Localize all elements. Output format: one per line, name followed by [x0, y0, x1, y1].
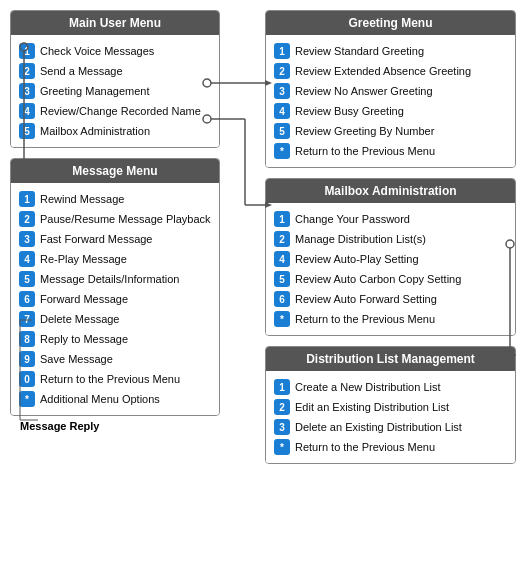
item-label: Change Your Password	[295, 213, 410, 225]
list-item: 3 Delete an Existing Distribution List	[274, 417, 507, 437]
item-label: Review Greeting By Number	[295, 125, 434, 137]
item-label: Additional Menu Options	[40, 393, 160, 405]
list-item: 2 Pause/Resume Message Playback	[19, 209, 211, 229]
badge-2: 2	[274, 63, 290, 79]
list-item: 2 Review Extended Absence Greeting	[274, 61, 507, 81]
item-label: Review Auto Carbon Copy Setting	[295, 273, 461, 285]
item-label: Review Busy Greeting	[295, 105, 404, 117]
item-label: Delete an Existing Distribution List	[295, 421, 462, 433]
list-item: 1 Check Voice Messages	[19, 41, 211, 61]
badge-4: 4	[274, 251, 290, 267]
mailbox-admin-menu: Mailbox Administration 1 Change Your Pas…	[265, 178, 516, 336]
item-label: Message Details/Information	[40, 273, 179, 285]
item-label: Create a New Distribution List	[295, 381, 441, 393]
badge-1: 1	[19, 191, 35, 207]
mailbox-admin-items: 1 Change Your Password 2 Manage Distribu…	[266, 203, 515, 335]
item-label: Fast Forward Message	[40, 233, 152, 245]
list-item: 1 Review Standard Greeting	[274, 41, 507, 61]
mailbox-admin-header: Mailbox Administration	[266, 179, 515, 203]
badge-star: *	[274, 143, 290, 159]
message-menu: Message Menu 1 Rewind Message 2 Pause/Re…	[10, 158, 220, 416]
badge-7: 7	[19, 311, 35, 327]
list-item: 0 Return to the Previous Menu	[19, 369, 211, 389]
message-menu-items: 1 Rewind Message 2 Pause/Resume Message …	[11, 183, 219, 415]
distribution-list-header: Distribution List Management	[266, 347, 515, 371]
item-label: Review Auto Forward Setting	[295, 293, 437, 305]
list-item: 1 Change Your Password	[274, 209, 507, 229]
item-label: Send a Message	[40, 65, 123, 77]
badge-3: 3	[274, 83, 290, 99]
greeting-menu: Greeting Menu 1 Review Standard Greeting…	[265, 10, 516, 168]
message-menu-header: Message Menu	[11, 159, 219, 183]
item-label: Save Message	[40, 353, 113, 365]
badge-1: 1	[19, 43, 35, 59]
badge-star: *	[19, 391, 35, 407]
badge-1: 1	[274, 379, 290, 395]
badge-3: 3	[19, 83, 35, 99]
item-label: Check Voice Messages	[40, 45, 154, 57]
list-item: 9 Save Message	[19, 349, 211, 369]
item-label: Review Standard Greeting	[295, 45, 424, 57]
item-label: Edit an Existing Distribution List	[295, 401, 449, 413]
item-label: Return to the Previous Menu	[295, 145, 435, 157]
item-label: Return to the Previous Menu	[295, 441, 435, 453]
main-user-menu-header: Main User Menu	[11, 11, 219, 35]
list-item: * Return to the Previous Menu	[274, 437, 507, 457]
badge-8: 8	[19, 331, 35, 347]
message-reply-label: Message Reply	[20, 420, 220, 432]
list-item: 3 Fast Forward Message	[19, 229, 211, 249]
item-label: Mailbox Administration	[40, 125, 150, 137]
list-item: 4 Review/Change Recorded Name	[19, 101, 211, 121]
badge-0: 0	[19, 371, 35, 387]
list-item: 8 Reply to Message	[19, 329, 211, 349]
badge-star: *	[274, 439, 290, 455]
list-item: 2 Manage Distribution List(s)	[274, 229, 507, 249]
badge-6: 6	[19, 291, 35, 307]
list-item: 2 Send a Message	[19, 61, 211, 81]
badge-2: 2	[19, 63, 35, 79]
item-label: Greeting Management	[40, 85, 149, 97]
list-item: 5 Review Auto Carbon Copy Setting	[274, 269, 507, 289]
item-label: Rewind Message	[40, 193, 124, 205]
badge-5: 5	[274, 271, 290, 287]
badge-2: 2	[19, 211, 35, 227]
badge-4: 4	[19, 251, 35, 267]
list-item: 3 Greeting Management	[19, 81, 211, 101]
list-item: 5 Message Details/Information	[19, 269, 211, 289]
badge-5: 5	[19, 271, 35, 287]
item-label: Forward Message	[40, 293, 128, 305]
badge-3: 3	[19, 231, 35, 247]
badge-3: 3	[274, 419, 290, 435]
list-item: 4 Review Auto-Play Setting	[274, 249, 507, 269]
item-label: Re-Play Message	[40, 253, 127, 265]
list-item: 7 Delete Message	[19, 309, 211, 329]
list-item: * Additional Menu Options	[19, 389, 211, 409]
badge-2: 2	[274, 231, 290, 247]
item-label: Reply to Message	[40, 333, 128, 345]
list-item: 4 Review Busy Greeting	[274, 101, 507, 121]
list-item: 6 Forward Message	[19, 289, 211, 309]
list-item: 5 Mailbox Administration	[19, 121, 211, 141]
greeting-menu-items: 1 Review Standard Greeting 2 Review Exte…	[266, 35, 515, 167]
main-user-menu: Main User Menu 1 Check Voice Messages 2 …	[10, 10, 220, 148]
list-item: 6 Review Auto Forward Setting	[274, 289, 507, 309]
distribution-list-menu: Distribution List Management 1 Create a …	[265, 346, 516, 464]
distribution-list-items: 1 Create a New Distribution List 2 Edit …	[266, 371, 515, 463]
badge-5: 5	[19, 123, 35, 139]
item-label: Review No Answer Greeting	[295, 85, 433, 97]
item-label: Review Extended Absence Greeting	[295, 65, 471, 77]
item-label: Review Auto-Play Setting	[295, 253, 419, 265]
main-user-menu-items: 1 Check Voice Messages 2 Send a Message …	[11, 35, 219, 147]
greeting-menu-header: Greeting Menu	[266, 11, 515, 35]
item-label: Pause/Resume Message Playback	[40, 213, 211, 225]
badge-star: *	[274, 311, 290, 327]
list-item: * Return to the Previous Menu	[274, 141, 507, 161]
item-label: Delete Message	[40, 313, 120, 325]
badge-6: 6	[274, 291, 290, 307]
badge-4: 4	[19, 103, 35, 119]
badge-4: 4	[274, 103, 290, 119]
list-item: 3 Review No Answer Greeting	[274, 81, 507, 101]
badge-1: 1	[274, 43, 290, 59]
list-item: * Return to the Previous Menu	[274, 309, 507, 329]
item-label: Review/Change Recorded Name	[40, 105, 201, 117]
